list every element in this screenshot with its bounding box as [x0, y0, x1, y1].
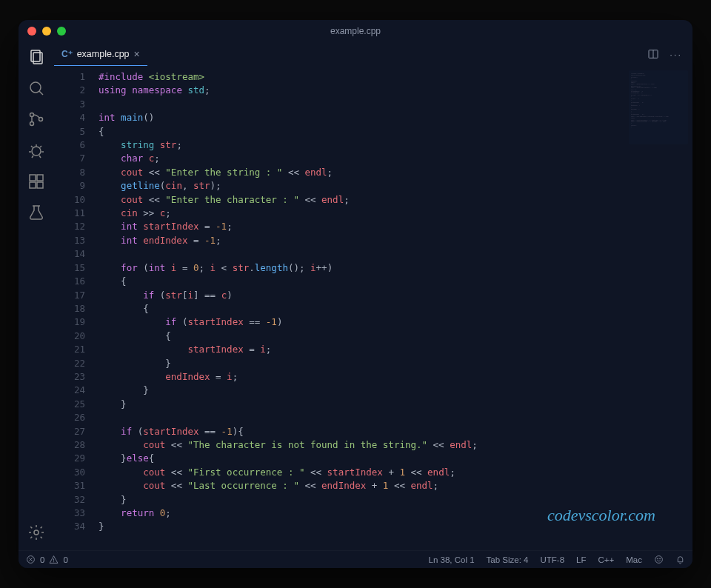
code-content[interactable]: #include <iostream>using namespace std; …: [99, 66, 692, 550]
line-number: 20: [54, 330, 99, 343]
line-number: 23: [54, 370, 99, 384]
window-close-button[interactable]: [27, 27, 36, 36]
line-number-gutter: 1234567891011121314151617181920212223242…: [54, 66, 99, 550]
status-problems[interactable]: 0 0: [26, 555, 68, 564]
svg-rect-8: [30, 175, 36, 181]
code-line: int endIndex = -1;: [99, 234, 692, 247]
window-title: example.cpp: [19, 26, 692, 36]
svg-point-23: [660, 558, 661, 559]
window-body: C⁺ example.cpp × ··· 1234567891011121314…: [19, 42, 692, 550]
code-line: [99, 411, 692, 424]
close-icon[interactable]: ×: [134, 48, 140, 60]
status-language[interactable]: C++: [598, 555, 615, 564]
tab-actions: ···: [647, 42, 692, 66]
error-count: 0: [40, 555, 44, 564]
more-actions-icon[interactable]: ···: [670, 49, 682, 60]
code-line: }: [99, 357, 692, 370]
line-number: 29: [54, 452, 99, 465]
svg-point-4: [30, 113, 34, 117]
svg-rect-10: [30, 182, 36, 188]
line-number: 33: [54, 507, 99, 520]
code-line: char c;: [99, 152, 692, 165]
explorer-icon[interactable]: [27, 48, 45, 66]
line-number: 3: [54, 98, 99, 111]
line-number: 19: [54, 315, 99, 329]
svg-line-3: [39, 91, 43, 95]
testing-icon[interactable]: [27, 204, 45, 221]
code-line: string str;: [99, 138, 692, 152]
line-number: 5: [54, 125, 99, 138]
feedback-icon[interactable]: [654, 555, 664, 564]
code-line: cout << "Last occurrence : " << endIndex…: [99, 479, 692, 492]
code-line: #include <iostream>: [99, 70, 692, 84]
line-number: 32: [54, 493, 99, 507]
debug-icon[interactable]: [27, 141, 45, 159]
status-tabsize[interactable]: Tab Size: 4: [487, 555, 529, 564]
status-eol[interactable]: LF: [576, 555, 586, 564]
status-bar: 0 0 Ln 38, Col 1 Tab Size: 4 UTF-8 LF C+…: [19, 550, 692, 568]
line-number: 34: [54, 520, 99, 533]
editor-window: example.cpp C⁺ example.cpp × ···: [19, 20, 692, 568]
bell-icon[interactable]: [675, 555, 685, 564]
svg-point-5: [30, 122, 34, 126]
search-icon[interactable]: [27, 79, 45, 97]
line-number: 22: [54, 357, 99, 370]
extensions-icon[interactable]: [27, 173, 45, 190]
code-line: startIndex = i;: [99, 343, 692, 356]
code-line: if (startIndex == -1){: [99, 425, 692, 438]
split-editor-icon[interactable]: [647, 48, 659, 60]
minimap[interactable]: #include <iostream>using namespace std;i…: [629, 70, 688, 144]
line-number: 16: [54, 275, 99, 288]
editor-main: C⁺ example.cpp × ··· 1234567891011121314…: [54, 42, 692, 550]
line-number: 27: [54, 425, 99, 438]
code-line: for (int i = 0; i < str.length(); i++): [99, 261, 692, 275]
code-line: {: [99, 275, 692, 288]
status-os[interactable]: Mac: [626, 555, 642, 564]
line-number: 6: [54, 138, 99, 152]
editor-area[interactable]: 1234567891011121314151617181920212223242…: [54, 66, 692, 550]
settings-gear-icon[interactable]: [27, 524, 45, 541]
line-number: 1: [54, 70, 99, 84]
line-number: 15: [54, 261, 99, 275]
code-line: }: [99, 520, 692, 533]
line-number: 25: [54, 398, 99, 411]
svg-rect-9: [37, 175, 43, 181]
code-line: if (startIndex == -1): [99, 315, 692, 329]
source-control-icon[interactable]: [27, 110, 45, 128]
svg-point-20: [54, 561, 55, 562]
line-number: 18: [54, 302, 99, 315]
line-number: 9: [54, 179, 99, 193]
code-line: [99, 98, 692, 111]
line-number: 21: [54, 343, 99, 356]
code-line: {: [99, 125, 692, 138]
tab-example-cpp[interactable]: C⁺ example.cpp ×: [54, 42, 147, 66]
code-line: int startIndex = -1;: [99, 220, 692, 233]
window-minimize-button[interactable]: [42, 27, 51, 36]
line-number: 31: [54, 479, 99, 492]
code-line: if (str[i] == c): [99, 289, 692, 302]
code-line: [99, 247, 692, 261]
code-line: cout << "Enter the character : " << endl…: [99, 193, 692, 207]
code-line: }else{: [99, 452, 692, 465]
tab-bar: C⁺ example.cpp × ···: [54, 42, 692, 66]
cpp-file-icon: C⁺: [61, 49, 73, 59]
code-line: int main(): [99, 111, 692, 124]
line-number: 24: [54, 384, 99, 397]
line-number: 30: [54, 466, 99, 479]
code-line: using namespace std;: [99, 84, 692, 97]
svg-point-13: [34, 530, 39, 535]
code-line: }: [99, 398, 692, 411]
line-number: 2: [54, 84, 99, 97]
line-number: 11: [54, 207, 99, 220]
warning-count: 0: [63, 555, 67, 564]
code-line: cout << "First occurrence : " << startIn…: [99, 466, 692, 479]
status-encoding[interactable]: UTF-8: [541, 555, 565, 564]
status-cursor[interactable]: Ln 38, Col 1: [429, 555, 475, 564]
code-line: getline(cin, str);: [99, 179, 692, 193]
titlebar: example.cpp: [19, 20, 692, 42]
code-line: cin >> c;: [99, 207, 692, 220]
traffic-lights: [27, 27, 66, 36]
svg-point-22: [657, 558, 658, 559]
window-maximize-button[interactable]: [57, 27, 66, 36]
svg-point-2: [30, 82, 41, 93]
